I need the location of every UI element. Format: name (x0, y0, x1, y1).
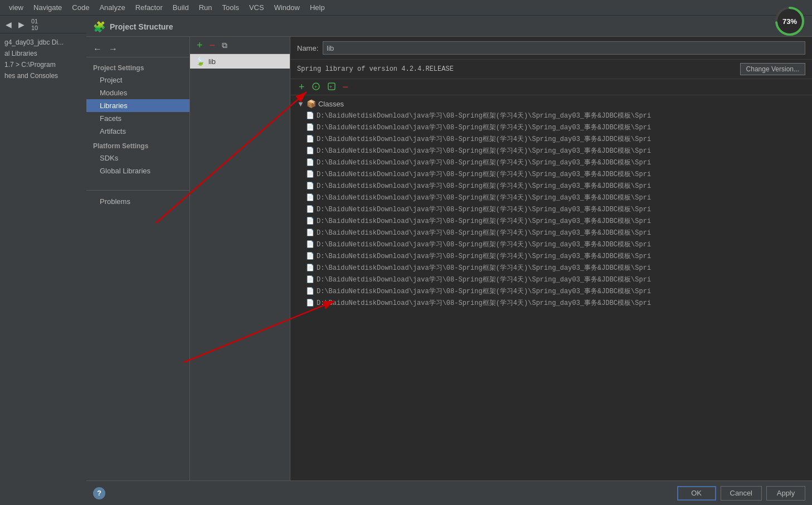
lib-toolbar: + − ⧉ (190, 37, 290, 54)
ok-button[interactable]: OK (677, 486, 716, 501)
class-entry: 📄D:\BaiduNetdiskDownload\java学习\08-Sprin… (290, 110, 812, 122)
left-item-project[interactable]: g4_day03_jdbc Di... (0, 37, 86, 48)
menu-run[interactable]: Run (195, 2, 217, 13)
build-button[interactable]: 0110 (29, 17, 40, 32)
lib-item-lib[interactable]: 🍃 lib (190, 54, 290, 69)
class-entry: 📄D:\BaiduNetdiskDownload\java学习\08-Sprin… (290, 122, 812, 133)
lib-remove-button[interactable]: − (207, 39, 218, 51)
class-entry: 📄D:\BaiduNetdiskDownload\java学习\08-Sprin… (290, 133, 812, 145)
add-jar-2-button[interactable]: + (325, 81, 338, 93)
nav-item-modules[interactable]: Modules (86, 86, 189, 99)
nav-item-project[interactable]: Project (86, 74, 189, 86)
lib-copy-button[interactable]: ⧉ (220, 40, 230, 50)
nav-item-facets[interactable]: Facets (86, 112, 189, 125)
add-jar-special-button[interactable]: + (310, 81, 322, 93)
menu-analyze[interactable]: Analyze (95, 2, 129, 13)
nav-toolbar: ← → (86, 41, 189, 57)
class-entry: 📄D:\BaiduNetdiskDownload\java学习\08-Sprin… (290, 180, 812, 192)
menu-tools[interactable]: Tools (218, 2, 244, 13)
forward-button[interactable]: ▶ (16, 19, 27, 30)
help-button[interactable]: ? (93, 487, 105, 499)
description-row: Spring library of version 4.2.4.RELEASE … (290, 60, 812, 79)
class-file-icon: 📄 (306, 299, 314, 307)
dialog-title-icon: 🧩 (93, 21, 105, 33)
svg-text:+: + (329, 84, 332, 90)
class-file-icon: 📄 (306, 123, 314, 132)
class-file-icon: 📄 (306, 158, 314, 167)
class-entry: 📄D:\BaiduNetdiskDownload\java学习\08-Sprin… (290, 168, 812, 180)
menu-vcs[interactable]: VCS (245, 2, 269, 13)
back-button[interactable]: ◀ (3, 19, 14, 30)
content-pane: Name: Spring library of version 4.2.4.RE… (290, 37, 812, 480)
class-entry: 📄D:\BaiduNetdiskDownload\java学习\08-Sprin… (290, 274, 812, 285)
expand-arrow[interactable]: ▼ (297, 100, 304, 108)
menu-navigate[interactable]: Navigate (29, 2, 66, 13)
nav-item-sdks[interactable]: SDKs (86, 152, 189, 164)
nav-item-libraries[interactable]: Libraries (86, 99, 189, 112)
nav-forward-button[interactable]: → (106, 43, 120, 55)
dialog-footer: ? OK Cancel Apply (86, 480, 812, 505)
class-entry: 📄D:\BaiduNetdiskDownload\java学习\08-Sprin… (290, 215, 812, 227)
classes-icon: 📦 (307, 99, 316, 108)
left-item-jdk[interactable]: 1.7 > C:\Program (0, 59, 86, 70)
class-file-icon: 📄 (306, 111, 314, 120)
class-file-icon: 📄 (306, 229, 314, 237)
add-jar-button[interactable]: + (297, 81, 307, 93)
project-structure-dialog: 🧩 Project Structure ← → Project Settings… (86, 17, 812, 505)
class-entry: 📄D:\BaiduNetdiskDownload\java学习\08-Sprin… (290, 227, 812, 239)
left-item-consoles[interactable]: hes and Consoles (0, 70, 86, 81)
class-file-icon: 📄 (306, 217, 314, 225)
menubar: view Navigate Code Analyze Refactor Buil… (0, 0, 812, 16)
name-row: Name: (290, 37, 812, 60)
name-label: Name: (297, 44, 318, 52)
menu-window[interactable]: Window (270, 2, 304, 13)
library-list-pane: + − ⧉ 🍃 lib (190, 37, 290, 480)
class-entry: 📄D:\BaiduNetdiskDownload\java学习\08-Sprin… (290, 285, 812, 297)
svg-text:+: + (314, 84, 317, 90)
change-version-button[interactable]: Change Version... (740, 63, 805, 75)
classes-tree[interactable]: ▼ 📦 Classes 📄D:\BaiduNetdiskDownload\jav… (290, 95, 812, 480)
menu-code[interactable]: Code (67, 2, 94, 13)
nav-pane: ← → Project Settings Project Modules Lib… (86, 37, 190, 480)
menu-build[interactable]: Build (168, 2, 193, 13)
class-entry: 📄D:\BaiduNetdiskDownload\java学习\08-Sprin… (290, 203, 812, 215)
class-entry: 📄D:\BaiduNetdiskDownload\java学习\08-Sprin… (290, 250, 812, 262)
classes-header: ▼ 📦 Classes (290, 98, 812, 110)
class-file-icon: 📄 (306, 147, 314, 155)
class-file-icon: 📄 (306, 252, 314, 260)
class-entries: 📄D:\BaiduNetdiskDownload\java学习\08-Sprin… (290, 110, 812, 309)
left-item-libs[interactable]: al Libraries (0, 48, 86, 59)
menu-help[interactable]: Help (305, 2, 329, 13)
class-file-icon: 📄 (306, 264, 314, 272)
nav-back-button[interactable]: ← (91, 43, 104, 55)
class-entry: 📄D:\BaiduNetdiskDownload\java学习\08-Sprin… (290, 297, 812, 309)
leaf-icon: 🍃 (196, 57, 205, 66)
content-toolbar: + + + − (290, 79, 812, 95)
class-file-icon: 📄 (306, 287, 314, 295)
project-settings-label: Project Settings (86, 60, 189, 74)
nav-item-global-libraries[interactable]: Global Libraries (86, 164, 189, 177)
name-input[interactable] (323, 41, 805, 55)
cancel-button[interactable]: Cancel (721, 486, 762, 501)
left-sidebar: g4_day03_jdbc Di... al Libraries 1.7 > C… (0, 33, 87, 505)
class-file-icon: 📄 (306, 193, 314, 202)
platform-settings-label: Platform Settings (86, 138, 189, 152)
dialog-titlebar: 🧩 Project Structure (86, 17, 812, 37)
menu-view[interactable]: view (4, 2, 28, 13)
class-file-icon: 📄 (306, 170, 314, 178)
class-entry: 📄D:\BaiduNetdiskDownload\java学习\08-Sprin… (290, 262, 812, 274)
dialog-title: Project Structure (110, 22, 173, 31)
lib-add-button[interactable]: + (195, 39, 205, 51)
class-entry: 📄D:\BaiduNetdiskDownload\java学习\08-Sprin… (290, 157, 812, 168)
apply-button[interactable]: Apply (766, 486, 805, 501)
menu-refactor[interactable]: Refactor (131, 2, 167, 13)
svg-text:73%: 73% (782, 17, 797, 26)
lib-item-label: lib (208, 57, 216, 66)
nav-item-artifacts[interactable]: Artifacts (86, 125, 189, 138)
remove-jar-button[interactable]: − (341, 81, 351, 93)
dialog-body: ← → Project Settings Project Modules Lib… (86, 37, 812, 480)
nav-item-problems[interactable]: Problems (86, 195, 189, 208)
class-entry: 📄D:\BaiduNetdiskDownload\java学习\08-Sprin… (290, 192, 812, 203)
class-file-icon: 📄 (306, 182, 314, 190)
class-file-icon: 📄 (306, 135, 314, 143)
